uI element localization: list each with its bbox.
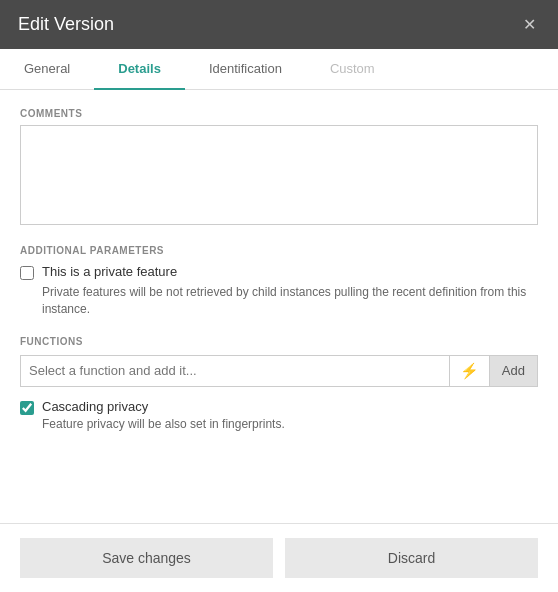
cascading-privacy-checkbox[interactable] <box>20 401 34 415</box>
functions-input-row: ⚡ Add <box>20 355 538 387</box>
dialog-body: COMMENTS ADDITIONAL PARAMETERS This is a… <box>0 90 558 523</box>
private-feature-checkbox[interactable] <box>20 266 34 280</box>
dialog-header: Edit Version ✕ <box>0 0 558 49</box>
additional-parameters-section: ADDITIONAL PARAMETERS This is a private … <box>20 245 538 318</box>
save-changes-button[interactable]: Save changes <box>20 538 273 578</box>
tab-bar: General Details Identification Custom <box>0 49 558 90</box>
comments-textarea[interactable] <box>20 125 538 225</box>
tab-identification[interactable]: Identification <box>185 49 306 90</box>
discard-button[interactable]: Discard <box>285 538 538 578</box>
functions-section: FUNCTIONS ⚡ Add Cascading privacy Featur… <box>20 336 538 431</box>
cascading-privacy-row: Cascading privacy <box>20 399 538 415</box>
lightning-icon: ⚡ <box>460 362 479 380</box>
functions-label: FUNCTIONS <box>20 336 538 347</box>
close-button[interactable]: ✕ <box>519 15 540 35</box>
dialog-footer: Save changes Discard <box>0 523 558 592</box>
tab-general[interactable]: General <box>0 49 94 90</box>
private-feature-description: Private features will be not retrieved b… <box>42 284 538 318</box>
additional-parameters-label: ADDITIONAL PARAMETERS <box>20 245 538 256</box>
functions-input[interactable] <box>21 356 449 386</box>
add-function-button[interactable]: Add <box>489 356 537 386</box>
edit-version-dialog: Edit Version ✕ General Details Identific… <box>0 0 558 592</box>
private-feature-row: This is a private feature <box>20 264 538 280</box>
cascading-privacy-description: Feature privacy will be also set in fing… <box>42 417 538 431</box>
tab-custom: Custom <box>306 49 399 90</box>
dialog-title: Edit Version <box>18 14 114 35</box>
cascading-privacy-label[interactable]: Cascading privacy <box>42 399 148 414</box>
tab-details[interactable]: Details <box>94 49 185 90</box>
functions-icon-button[interactable]: ⚡ <box>449 356 489 386</box>
private-feature-label[interactable]: This is a private feature <box>42 264 177 279</box>
comments-label: COMMENTS <box>20 108 538 119</box>
